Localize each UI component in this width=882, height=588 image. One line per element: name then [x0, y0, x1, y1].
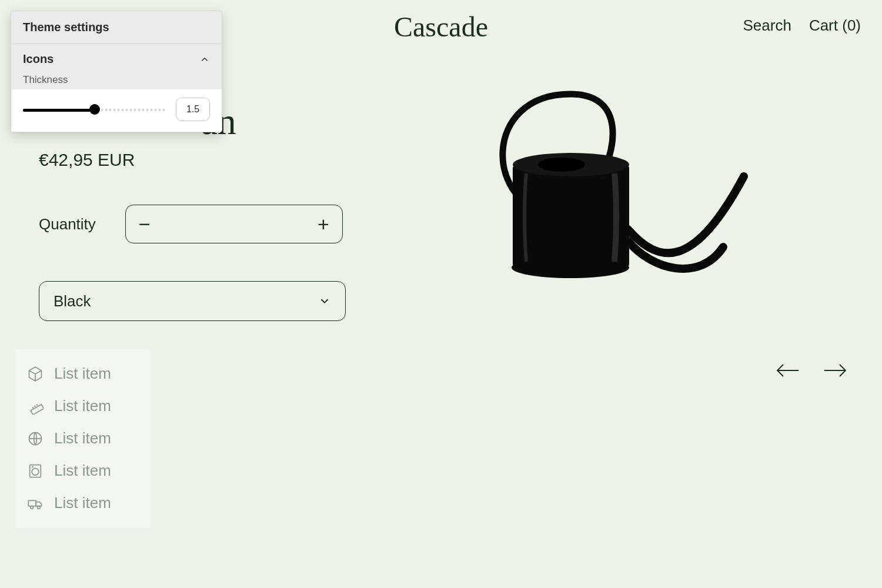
list-item: List item [24, 487, 142, 519]
product-image [447, 88, 753, 300]
chevron-up-icon [199, 54, 210, 65]
list-item: List item [24, 422, 142, 455]
list-item-label: List item [54, 494, 111, 512]
header-actions: Search Cart (0) [743, 16, 861, 35]
quantity-increase-button[interactable]: + [318, 214, 329, 234]
list-item-label: List item [54, 429, 111, 447]
variant-select[interactable]: Black [39, 281, 346, 321]
svg-point-11 [538, 158, 585, 172]
settings-section-icons[interactable]: Icons [11, 44, 222, 69]
ruler-icon [27, 398, 44, 415]
truck-icon [27, 495, 44, 512]
list-item: List item [24, 390, 142, 422]
list-item: List item [24, 455, 142, 487]
thickness-slider[interactable] [23, 103, 166, 115]
quantity-row: Quantity − + [39, 205, 343, 243]
svg-point-6 [31, 506, 34, 509]
thickness-value-input[interactable] [176, 98, 210, 121]
theme-settings-panel: Theme settings Icons Thickness [11, 11, 222, 132]
search-link[interactable]: Search [743, 16, 791, 35]
chevron-down-icon [318, 295, 331, 308]
list-item: List item [24, 358, 142, 390]
variant-selected-label: Black [54, 292, 91, 310]
settings-thickness-label: Thickness [11, 69, 222, 89]
washer-icon [27, 463, 44, 479]
svg-point-7 [38, 506, 41, 509]
svg-rect-9 [513, 165, 629, 268]
list-item-label: List item [54, 365, 111, 383]
product-price: €42,95 EUR [39, 150, 135, 170]
svg-point-4 [32, 466, 33, 467]
globe-icon [27, 430, 44, 447]
quantity-decrease-button[interactable]: − [139, 214, 151, 234]
quantity-label: Quantity [39, 215, 96, 233]
list-item-label: List item [54, 397, 111, 415]
settings-section-title: Icons [23, 52, 54, 66]
info-list: List item List item List item List item … [15, 349, 151, 527]
svg-rect-0 [31, 404, 44, 414]
list-item-label: List item [54, 462, 111, 480]
thickness-slider-row [11, 89, 222, 132]
svg-point-3 [32, 468, 39, 475]
gallery-arrows [776, 362, 847, 379]
arrow-right-icon[interactable] [823, 362, 847, 379]
svg-rect-5 [28, 500, 36, 506]
package-icon [27, 366, 44, 382]
arrow-left-icon[interactable] [776, 362, 800, 379]
settings-panel-title: Theme settings [11, 11, 222, 44]
brand-logo[interactable]: Cascade [394, 11, 488, 43]
cart-link[interactable]: Cart (0) [809, 16, 861, 35]
quantity-stepper: − + [125, 205, 343, 243]
slider-thumb[interactable] [89, 104, 100, 115]
